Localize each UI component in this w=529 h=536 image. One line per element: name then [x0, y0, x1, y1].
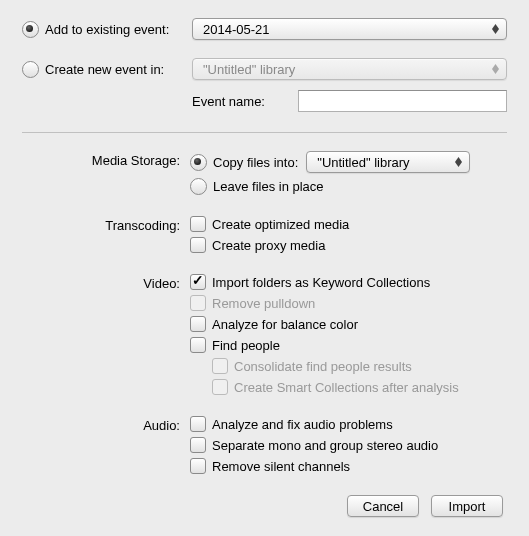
add-to-existing-radio[interactable]: [22, 21, 39, 38]
svg-marker-5: [455, 162, 462, 167]
copy-destination-value: "Untitled" library: [317, 155, 409, 170]
event-name-label: Event name:: [192, 94, 298, 109]
transcoding-label: Transcoding:: [22, 216, 190, 233]
analyze-balance-label: Analyze for balance color: [212, 317, 358, 332]
find-people-checkbox[interactable]: [190, 337, 206, 353]
smart-collections-label: Create Smart Collections after analysis: [234, 380, 459, 395]
section-divider: [22, 132, 507, 133]
existing-event-value: 2014-05-21: [203, 22, 270, 37]
leave-files-label: Leave files in place: [213, 179, 324, 194]
separate-mono-label: Separate mono and group stereo audio: [212, 438, 438, 453]
event-name-row: Event name:: [22, 90, 507, 112]
event-name-field[interactable]: [298, 90, 507, 112]
existing-event-popup[interactable]: 2014-05-21: [192, 18, 507, 40]
copy-files-radio[interactable]: [190, 154, 207, 171]
add-to-existing-label: Add to existing event:: [45, 22, 169, 37]
cancel-button-label: Cancel: [363, 499, 403, 514]
updown-arrows-icon: [451, 157, 465, 167]
media-storage-label: Media Storage:: [22, 151, 190, 168]
updown-arrows-icon: [488, 24, 502, 34]
analyze-fix-audio-label: Analyze and fix audio problems: [212, 417, 393, 432]
svg-marker-3: [492, 69, 499, 74]
add-to-existing-row: Add to existing event: 2014-05-21: [22, 18, 507, 40]
create-new-event-row: Create new event in: "Untitled" library: [22, 58, 507, 80]
video-group: Video: Import folders as Keyword Collect…: [22, 274, 507, 400]
audio-label: Audio:: [22, 416, 190, 433]
create-new-event-label: Create new event in:: [45, 62, 164, 77]
create-new-event-radio[interactable]: [22, 61, 39, 78]
smart-collections-checkbox: [212, 379, 228, 395]
consolidate-label: Consolidate find people results: [234, 359, 412, 374]
remove-pulldown-label: Remove pulldown: [212, 296, 315, 311]
remove-silent-label: Remove silent channels: [212, 459, 350, 474]
new-event-library-popup[interactable]: "Untitled" library: [192, 58, 507, 80]
create-proxy-checkbox[interactable]: [190, 237, 206, 253]
import-folders-checkbox[interactable]: [190, 274, 206, 290]
create-proxy-label: Create proxy media: [212, 238, 325, 253]
analyze-fix-audio-checkbox[interactable]: [190, 416, 206, 432]
updown-arrows-icon: [488, 64, 502, 74]
cancel-button[interactable]: Cancel: [347, 495, 419, 517]
separate-mono-checkbox[interactable]: [190, 437, 206, 453]
import-button[interactable]: Import: [431, 495, 503, 517]
leave-files-radio[interactable]: [190, 178, 207, 195]
video-label: Video:: [22, 274, 190, 291]
copy-destination-popup[interactable]: "Untitled" library: [306, 151, 470, 173]
transcoding-group: Transcoding: Create optimized media Crea…: [22, 216, 507, 258]
import-dialog: Add to existing event: 2014-05-21 Create…: [0, 0, 529, 535]
copy-files-label: Copy files into:: [213, 155, 298, 170]
import-button-label: Import: [449, 499, 486, 514]
consolidate-checkbox: [212, 358, 228, 374]
create-optimized-checkbox[interactable]: [190, 216, 206, 232]
new-event-library-value: "Untitled" library: [203, 62, 295, 77]
media-storage-group: Media Storage: Copy files into: "Untitle…: [22, 151, 507, 200]
remove-silent-checkbox[interactable]: [190, 458, 206, 474]
create-optimized-label: Create optimized media: [212, 217, 349, 232]
import-folders-label: Import folders as Keyword Collections: [212, 275, 430, 290]
dialog-footer: Cancel Import: [22, 495, 507, 517]
remove-pulldown-checkbox: [190, 295, 206, 311]
svg-marker-1: [492, 29, 499, 34]
audio-group: Audio: Analyze and fix audio problems Se…: [22, 416, 507, 479]
analyze-balance-checkbox[interactable]: [190, 316, 206, 332]
find-people-label: Find people: [212, 338, 280, 353]
